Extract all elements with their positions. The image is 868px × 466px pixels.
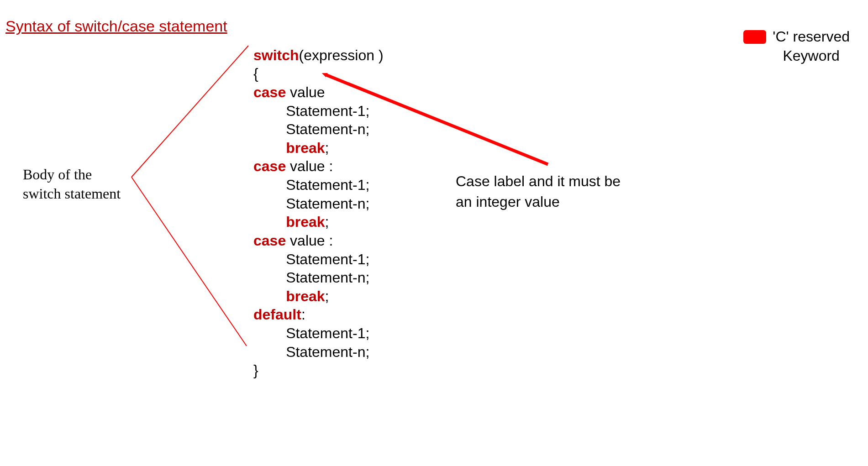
switch-keyword: switch (253, 47, 299, 63)
body-label: Body of the switch statement (23, 165, 121, 203)
statement-3b: Statement-n; (286, 269, 369, 286)
statement-2b: Statement-n; (286, 195, 369, 212)
close-brace: } (253, 362, 258, 378)
switch-expression: (expression ) (299, 47, 384, 63)
case-value-2: value : (286, 158, 333, 174)
break-keyword-2: break (286, 214, 325, 230)
body-label-line-2: switch statement (23, 184, 121, 204)
statement-da: Statement-1; (286, 325, 369, 341)
statement-1b: Statement-n; (286, 121, 369, 137)
break-semi-2: ; (325, 214, 329, 230)
legend-swatch (743, 30, 766, 44)
case-label-annotation: Case label and it must be an integer val… (456, 171, 621, 212)
case-keyword-3: case (253, 232, 286, 249)
case-label-line-2: an integer value (456, 192, 621, 212)
statement-2a: Statement-1; (286, 177, 369, 193)
statement-db: Statement-n; (286, 344, 369, 360)
default-colon: : (301, 306, 305, 323)
annotation-lines (0, 0, 868, 466)
legend-text: 'C' reserved Keyword (773, 27, 850, 65)
default-keyword: default (253, 306, 301, 323)
legend-line-1: 'C' reserved (773, 27, 850, 47)
break-semi-3: ; (325, 288, 329, 304)
case-keyword-1: case (253, 84, 286, 100)
break-keyword-3: break (286, 288, 325, 304)
code-block: switch(expression ) { case value Stateme… (253, 27, 384, 380)
break-keyword-1: break (286, 140, 325, 156)
open-brace: { (253, 65, 258, 82)
statement-1a: Statement-1; (286, 103, 369, 119)
case-value-3: value : (286, 232, 333, 249)
statement-3a: Statement-1; (286, 251, 369, 267)
body-label-line-1: Body of the (23, 165, 121, 184)
case-keyword-2: case (253, 158, 286, 174)
legend: 'C' reserved Keyword (743, 27, 850, 65)
case-label-line-1: Case label and it must be (456, 171, 621, 192)
legend-line-2: Keyword (773, 47, 850, 66)
bracket-line-top (132, 46, 248, 177)
case-value-1: value (286, 84, 325, 100)
break-semi-1: ; (325, 140, 329, 156)
page-title: Syntax of switch/case statement (5, 17, 227, 35)
bracket-line-bottom (132, 177, 247, 346)
